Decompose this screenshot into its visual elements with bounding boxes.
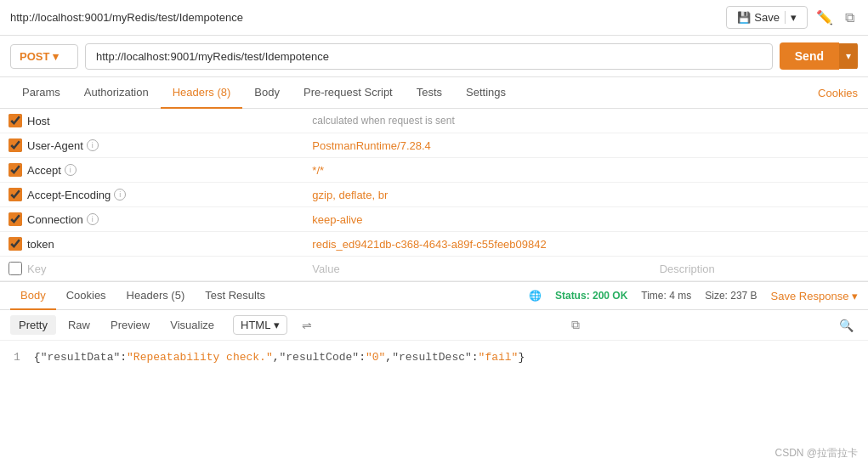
url-input[interactable]	[85, 43, 773, 70]
row-5-checkbox[interactable]	[9, 237, 22, 251]
search-response-icon[interactable]: 🔍	[835, 316, 858, 335]
row-2-key: Accept	[27, 164, 61, 177]
row-4-value: keep-alive	[304, 207, 650, 232]
send-button[interactable]: Send ▾	[780, 42, 858, 70]
code-val-resultdesc: "fail"	[479, 351, 519, 364]
row-2-desc	[651, 158, 868, 183]
tab-authorization[interactable]: Authorization	[72, 77, 161, 109]
info-icon: i	[65, 164, 77, 176]
row-6-checkbox[interactable]	[9, 262, 22, 275]
tab-tests[interactable]: Tests	[405, 77, 454, 109]
row-3-key: Accept-Encoding	[27, 189, 111, 201]
code-line-1: 1 {"resultData":"Repeatability check.","…	[14, 351, 854, 364]
row-5-key: token	[27, 238, 54, 251]
row-3-checkbox[interactable]	[9, 188, 22, 201]
cookies-link[interactable]: Cookies	[818, 78, 858, 108]
request-tabs-bar: Params Authorization Headers (8) Body Pr…	[0, 77, 868, 109]
save-button[interactable]: 💾 Save ▾	[726, 6, 808, 29]
top-bar-actions: 💾 Save ▾ ✏️ ⧉	[726, 6, 858, 29]
row-0-value: calculated when request is sent	[304, 109, 650, 133]
save-icon: 💾	[737, 11, 751, 24]
tab-body[interactable]: Body	[242, 77, 292, 109]
status-ok-text: Status: 200 OK	[555, 290, 627, 302]
line-number-1: 1	[14, 351, 20, 364]
fmt-tab-raw[interactable]: Raw	[60, 315, 99, 335]
size-text: Size: 237 B	[705, 290, 757, 302]
table-row: token redis_ed9421db-c368-4643-a89f-c55f…	[0, 232, 868, 257]
info-icon: i	[87, 213, 99, 225]
info-icon: i	[114, 189, 126, 201]
wrap-icon[interactable]: ⇌	[298, 316, 316, 335]
headers-section: Host calculated when request is sent Use…	[0, 109, 868, 282]
table-row: User-Agent i PostmanRuntime/7.28.4	[0, 133, 868, 158]
row-4-key: Connection	[27, 213, 83, 226]
tabs-right: Cookies	[818, 87, 858, 99]
method-select[interactable]: POST ▾	[10, 44, 78, 69]
row-6-key: Key	[27, 263, 46, 275]
response-status: 🌐 Status: 200 OK Time: 4 ms Size: 237 B …	[529, 290, 858, 302]
html-format-select[interactable]: HTML ▾	[233, 315, 287, 335]
row-3-desc	[651, 183, 868, 207]
code-key-resultdata: "resultData"	[41, 351, 121, 364]
save-response-button[interactable]: Save Response ▾	[771, 290, 858, 302]
row-4-checkbox[interactable]	[9, 212, 22, 226]
row-3-value: gzip, deflate, br	[304, 183, 650, 207]
row-6-desc: Description	[651, 257, 868, 281]
row-1-checkbox[interactable]	[9, 138, 22, 152]
row-0-desc	[651, 109, 868, 133]
row-2-checkbox[interactable]	[9, 163, 22, 177]
info-icon: i	[87, 139, 99, 151]
code-content-1: {"resultData":"Repeatability check.","re…	[34, 351, 525, 364]
fmt-tab-visualize[interactable]: Visualize	[162, 315, 223, 335]
tab-headers[interactable]: Headers (8)	[161, 77, 243, 109]
response-tabs-bar: Body Cookies Headers (5) Test Results 🌐 …	[0, 282, 868, 310]
method-label: POST	[20, 50, 49, 63]
copy-icon[interactable]: ⧉	[842, 7, 858, 29]
row-1-desc	[651, 133, 868, 158]
tab-settings[interactable]: Settings	[454, 77, 518, 109]
code-area: 1 {"resultData":"Repeatability check.","…	[0, 341, 868, 374]
code-val-resultcode: "0"	[366, 351, 385, 364]
save-label: Save	[754, 11, 780, 24]
method-chevron-icon: ▾	[53, 50, 59, 63]
send-main-label[interactable]: Send	[780, 42, 839, 70]
row-2-value: */*	[304, 158, 650, 183]
html-label: HTML	[241, 319, 270, 331]
row-5-desc	[651, 232, 868, 257]
tab-prerequest[interactable]: Pre-request Script	[292, 77, 405, 109]
top-bar-url: http://localhost:9001/myRedis/test/Idemp…	[10, 11, 243, 24]
resp-tab-headers[interactable]: Headers (5)	[116, 282, 196, 310]
row-6-value: Value	[304, 257, 650, 281]
row-1-key: User-Agent	[27, 139, 83, 152]
table-row: Accept i */*	[0, 158, 868, 183]
save-chevron-icon[interactable]: ▾	[785, 11, 797, 24]
copy-response-icon[interactable]: ⧉	[567, 315, 584, 335]
row-1-value: PostmanRuntime/7.28.4	[304, 133, 650, 158]
code-val-resultdata: "Repeatability check."	[127, 351, 273, 364]
tab-params[interactable]: Params	[10, 77, 72, 109]
row-0-checkbox[interactable]	[9, 114, 22, 127]
code-key-resultcode: "resultCode"	[280, 351, 360, 364]
brace-close: }	[518, 351, 525, 364]
row-5-value: redis_ed9421db-c368-4643-a89f-c55feeb098…	[304, 232, 650, 257]
time-text: Time: 4 ms	[641, 290, 691, 302]
headers-table: Host calculated when request is sent Use…	[0, 109, 868, 281]
table-row: Connection i keep-alive	[0, 207, 868, 232]
row-0-key: Host	[27, 115, 50, 127]
brace-open: {	[34, 351, 41, 364]
request-bar: POST ▾ Send ▾	[0, 36, 868, 77]
edit-icon[interactable]: ✏️	[813, 6, 837, 29]
fmt-tab-preview[interactable]: Preview	[102, 315, 158, 335]
globe-icon: 🌐	[529, 290, 542, 302]
top-bar: http://localhost:9001/myRedis/test/Idemp…	[0, 0, 868, 36]
send-dropdown-icon[interactable]: ▾	[839, 43, 858, 69]
code-key-resultdesc: "resultDesc"	[392, 351, 472, 364]
table-row: Key Value Description	[0, 257, 868, 281]
format-bar: Pretty Raw Preview Visualize HTML ▾ ⇌ ⧉ …	[0, 310, 868, 341]
table-row: Host calculated when request is sent	[0, 109, 868, 133]
resp-tab-test-results[interactable]: Test Results	[195, 282, 275, 310]
fmt-tab-pretty[interactable]: Pretty	[10, 315, 56, 335]
resp-tab-body[interactable]: Body	[10, 282, 56, 310]
resp-tab-cookies[interactable]: Cookies	[56, 282, 116, 310]
html-chevron-icon: ▾	[274, 319, 280, 331]
